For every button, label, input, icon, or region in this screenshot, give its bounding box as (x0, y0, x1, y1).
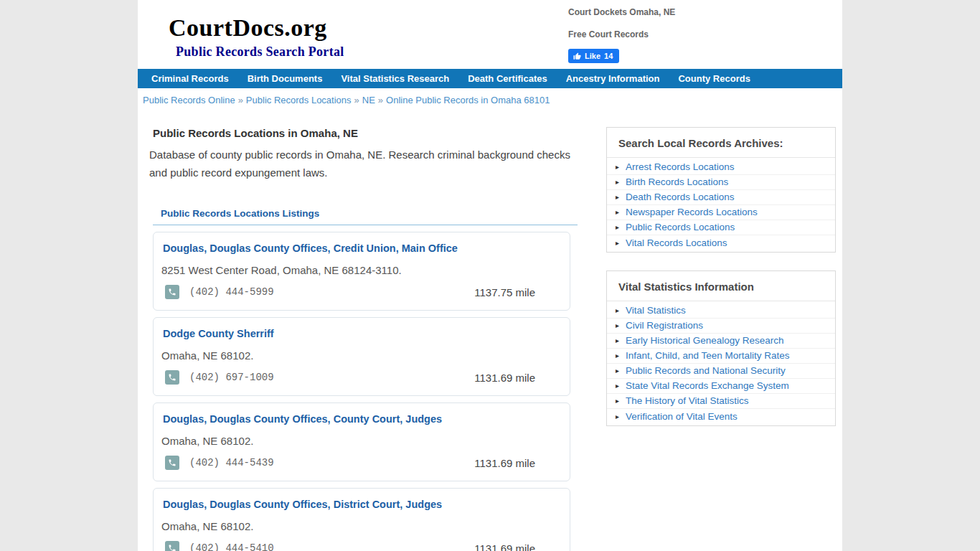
sidebar-link[interactable]: Verification of Vital Events (626, 411, 738, 422)
listing-phone-row: (402) 444-5410 1131.69 mile (159, 541, 558, 551)
logo-title[interactable]: CourtDocs.org (169, 14, 842, 42)
sidebar-archives-box: Search Local Records Archives: ▸Arrest R… (606, 127, 836, 253)
sidebar-link[interactable]: Public Records and National Security (626, 365, 786, 376)
sidebar-archives-title: Search Local Records Archives: (607, 128, 835, 158)
phone-icon (165, 370, 179, 385)
phone-icon (165, 456, 179, 470)
sidebar-item-newspaper-records[interactable]: ▸Newspaper Records Locations (607, 205, 835, 220)
arrow-right-icon: ▸ (612, 352, 623, 359)
sidebar-item-vital-records[interactable]: ▸Vital Records Locations (607, 235, 835, 250)
sidebar-link[interactable]: Public Records Locations (626, 222, 735, 232)
nav-item-criminal-records[interactable]: Criminal Records (142, 73, 238, 84)
breadcrumb: Public Records Online»Public Records Loc… (138, 88, 842, 111)
sidebar-item-civil-registrations[interactable]: ▸Civil Registrations (607, 319, 835, 334)
arrow-right-icon: ▸ (612, 367, 623, 375)
listing-distance: 1137.75 mile (474, 286, 535, 298)
sidebar-item-genealogy-research[interactable]: ▸Early Historical Genealogy Research (607, 334, 835, 349)
listing-address: 8251 West Center Road, Omaha, NE 68124-3… (161, 264, 558, 276)
sidebar-item-mortality-rates[interactable]: ▸Infant, Child, and Teen Mortality Rates (607, 349, 835, 364)
phone-icon (165, 285, 179, 299)
listings-section: Public Records Locations Listings Dougla… (149, 208, 583, 551)
sidebar-item-verification-vital-events[interactable]: ▸Verification of Vital Events (607, 409, 835, 424)
listing-card: Douglas, Douglas County Offices, County … (153, 402, 570, 481)
sidebar-item-birth-records[interactable]: ▸Birth Records Locations (607, 175, 835, 190)
sidebar-link[interactable]: Newspaper Records Locations (626, 207, 758, 217)
sidebar-item-vital-statistics[interactable]: ▸Vital Statistics (607, 303, 835, 319)
arrow-right-icon: ▸ (612, 336, 623, 344)
breadcrumb-link-3[interactable]: NE (362, 95, 375, 105)
arrow-right-icon: ▸ (612, 163, 623, 171)
sidebar-vital-title: Vital Statistics Information (607, 271, 835, 301)
sidebar-vital-list: ▸Vital Statistics ▸Civil Registrations ▸… (607, 301, 835, 425)
breadcrumb-link-4[interactable]: Online Public Records in Omaha 68101 (386, 95, 550, 105)
listing-phone-row: (402) 697-1009 1131.69 mile (159, 370, 558, 385)
sidebar-link[interactable]: Vital Records Locations (626, 237, 727, 248)
page-title: Public Records Locations in Omaha, NE (153, 127, 583, 139)
facebook-like-button[interactable]: Like 14 (568, 49, 619, 63)
breadcrumb-separator: » (354, 95, 359, 105)
listing-distance: 1131.69 mile (474, 542, 535, 551)
sidebar-link[interactable]: Civil Registrations (626, 320, 703, 331)
sidebar-link[interactable]: Vital Statistics (626, 305, 686, 316)
nav-item-county-records[interactable]: County Records (669, 73, 759, 84)
listings-section-title: Public Records Locations Listings (153, 208, 578, 225)
thumbs-up-icon (573, 52, 581, 60)
like-count: 14 (604, 52, 613, 60)
listing-phone-row: (402) 444-5439 1131.69 mile (159, 456, 558, 470)
sidebar-item-arrest-records[interactable]: ▸Arrest Records Locations (607, 160, 835, 175)
sidebar-vital-box: Vital Statistics Information ▸Vital Stat… (606, 270, 836, 426)
listing-phone-number: (402) 444-5410 (189, 542, 274, 551)
sidebar-item-history-vital-statistics[interactable]: ▸The History of Vital Statistics (607, 394, 835, 409)
arrow-right-icon: ▸ (612, 321, 623, 329)
sidebar-item-national-security[interactable]: ▸Public Records and National Security (607, 364, 835, 379)
listing-phone-row: (402) 444-5999 1137.75 mile (159, 285, 558, 299)
listing-title-link[interactable]: Douglas, Douglas County Offices, County … (163, 413, 442, 425)
page-description: Database of county public records in Oma… (149, 146, 583, 182)
sidebar-item-public-records[interactable]: ▸Public Records Locations (607, 220, 835, 235)
page-container: CourtDocs.org Public Records Search Port… (138, 0, 842, 551)
arrow-right-icon: ▸ (612, 382, 623, 390)
nav-item-ancestry-information[interactable]: Ancestry Information (557, 73, 669, 84)
listing-card: Douglas, Douglas County Offices, Credit … (153, 232, 570, 311)
sidebar-archives-list: ▸Arrest Records Locations ▸Birth Records… (607, 158, 835, 252)
nav-item-birth-documents[interactable]: Birth Documents (238, 73, 332, 84)
listing-title-link[interactable]: Dodge County Sherriff (163, 328, 274, 339)
arrow-right-icon: ▸ (612, 193, 623, 201)
header-context-line2: Free Court Records (568, 29, 675, 39)
arrow-right-icon: ▸ (612, 397, 623, 405)
sidebar-item-death-records[interactable]: ▸Death Records Locations (607, 190, 835, 205)
listing-phone-number: (402) 444-5439 (189, 457, 274, 468)
breadcrumb-separator: » (238, 95, 243, 105)
sidebar: Search Local Records Archives: ▸Arrest R… (606, 111, 836, 426)
main-content: Public Records Locations in Omaha, NE Da… (138, 111, 842, 551)
listing-title-link[interactable]: Douglas, Douglas County Offices, Distric… (163, 499, 442, 510)
sidebar-link[interactable]: Death Records Locations (626, 192, 735, 202)
logo[interactable]: CourtDocs.org Public Records Search Port… (138, 0, 842, 60)
sidebar-link[interactable]: State Vital Records Exchange System (626, 380, 789, 391)
header-context-line1: Court Dockets Omaha, NE (568, 7, 675, 17)
arrow-right-icon: ▸ (612, 208, 623, 216)
logo-tagline: Public Records Search Portal (176, 44, 842, 60)
sidebar-link[interactable]: Birth Records Locations (626, 176, 728, 187)
sidebar-link[interactable]: Early Historical Genealogy Research (626, 335, 784, 346)
listing-title-link[interactable]: Douglas, Douglas County Offices, Credit … (163, 242, 458, 254)
listing-phone-number: (402) 697-1009 (189, 372, 274, 383)
nav-item-death-certificates[interactable]: Death Certificates (458, 73, 557, 84)
listing-card: Dodge County Sherriff Omaha, NE 68102. (… (153, 317, 570, 396)
listing-address: Omaha, NE 68102. (161, 520, 558, 532)
header-right: Court Dockets Omaha, NE Free Court Recor… (568, 7, 675, 63)
sidebar-link[interactable]: Infant, Child, and Teen Mortality Rates (626, 350, 790, 361)
breadcrumb-link-1[interactable]: Public Records Online (143, 95, 235, 105)
listing-distance: 1131.69 mile (474, 457, 535, 469)
sidebar-link[interactable]: The History of Vital Statistics (626, 395, 749, 406)
nav-item-vital-statistics-research[interactable]: Vital Statistics Research (331, 73, 458, 84)
sidebar-item-exchange-system[interactable]: ▸State Vital Records Exchange System (607, 379, 835, 394)
arrow-right-icon: ▸ (612, 178, 623, 186)
arrow-right-icon: ▸ (612, 223, 623, 231)
sidebar-link[interactable]: Arrest Records Locations (626, 161, 735, 172)
arrow-right-icon: ▸ (612, 239, 623, 247)
like-label: Like (585, 52, 600, 60)
listing-card: Douglas, Douglas County Offices, Distric… (153, 488, 570, 551)
breadcrumb-link-2[interactable]: Public Records Locations (246, 95, 352, 105)
breadcrumb-separator: » (378, 95, 383, 105)
